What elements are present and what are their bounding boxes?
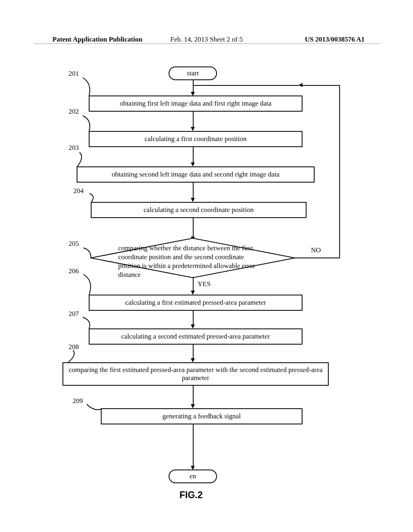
step-207: calculating a second estimated pressed-a… bbox=[89, 328, 302, 345]
step-206: calculating a first estimated pressed-ar… bbox=[89, 295, 302, 311]
callout-208 bbox=[67, 349, 79, 364]
num-205: 205 bbox=[69, 240, 79, 248]
header-center: Feb. 14, 2013 Sheet 2 of 5 bbox=[170, 35, 242, 44]
step-205: comparing whether the distance between t… bbox=[118, 244, 267, 279]
step-202: calculating a first coordinate position bbox=[89, 131, 302, 147]
callout-201 bbox=[82, 77, 98, 97]
callout-206 bbox=[83, 274, 99, 297]
no-label: NO bbox=[311, 246, 321, 254]
num-203: 203 bbox=[69, 144, 79, 152]
step-209: generating a feedback signal bbox=[101, 408, 302, 424]
end-terminal: en bbox=[169, 470, 217, 483]
callout-204 bbox=[89, 193, 101, 205]
header-separator bbox=[34, 44, 381, 44]
num-209: 209 bbox=[73, 397, 83, 405]
header-left: Patent Application Publication bbox=[52, 35, 142, 44]
step-208: comparing the first estimated pressed-ar… bbox=[63, 362, 329, 386]
num-201: 201 bbox=[69, 70, 79, 78]
num-207: 207 bbox=[69, 310, 79, 318]
step-205-decision: comparing whether the distance between t… bbox=[90, 236, 296, 280]
step-201: obtaining first left image data and firs… bbox=[89, 96, 302, 112]
callout-202 bbox=[82, 115, 98, 133]
flowchart-figure: start obtaining first left image data an… bbox=[63, 66, 345, 490]
figure-label: FIG.2 bbox=[179, 490, 203, 501]
callout-205 bbox=[83, 247, 99, 261]
callout-209 bbox=[86, 403, 104, 412]
num-206: 206 bbox=[69, 267, 79, 275]
start-terminal: start bbox=[169, 66, 217, 80]
callout-203 bbox=[75, 152, 87, 168]
step-204: calculating a second coordinate position bbox=[91, 202, 307, 218]
header-right: US 2013/0038576 A1 bbox=[305, 35, 365, 44]
callout-207 bbox=[82, 316, 98, 331]
yes-label: YES bbox=[198, 280, 211, 288]
num-204: 204 bbox=[73, 187, 84, 195]
step-203: obtaining second left image data and sec… bbox=[77, 166, 315, 183]
num-202: 202 bbox=[69, 108, 79, 116]
